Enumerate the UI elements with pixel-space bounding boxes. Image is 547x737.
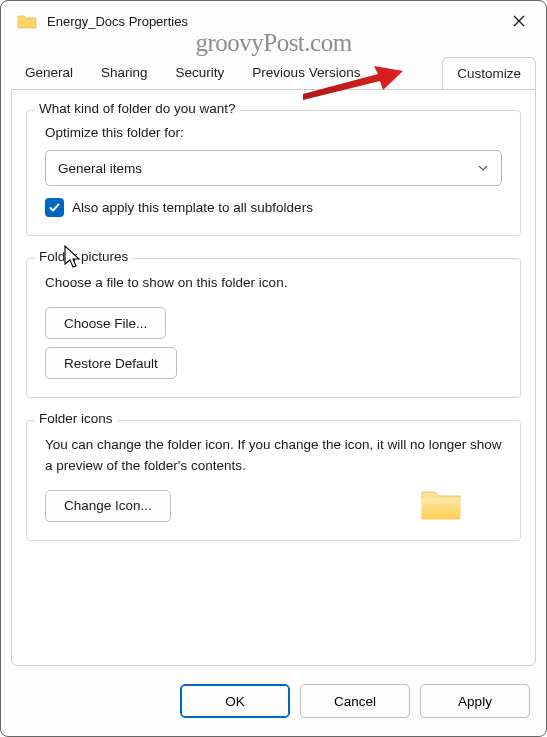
tab-previous-versions[interactable]: Previous Versions — [238, 57, 374, 89]
optimize-select[interactable]: General items — [45, 150, 502, 186]
section-folder-icons: Folder icons You can change the folder i… — [26, 420, 521, 541]
select-value: General items — [58, 161, 142, 176]
icons-desc: You can change the folder icon. If you c… — [45, 435, 502, 476]
tab-customize[interactable]: Customize — [442, 57, 536, 89]
folder-icon — [17, 13, 37, 29]
tab-sharing[interactable]: Sharing — [87, 57, 162, 89]
check-icon — [48, 201, 61, 214]
section-folder-kind: What kind of folder do you want? Optimiz… — [26, 110, 521, 236]
section-legend: Folder pictures — [35, 249, 132, 264]
optimize-label: Optimize this folder for: — [45, 125, 502, 140]
ok-button[interactable]: OK — [180, 684, 290, 718]
subfolder-checkbox[interactable] — [45, 198, 64, 217]
tab-content: What kind of folder do you want? Optimiz… — [11, 89, 536, 666]
close-button[interactable] — [504, 6, 534, 36]
tab-security[interactable]: Security — [162, 57, 239, 89]
folder-preview-icon — [420, 486, 462, 522]
cancel-button[interactable]: Cancel — [300, 684, 410, 718]
pictures-desc: Choose a file to show on this folder ico… — [45, 273, 502, 293]
restore-default-button[interactable]: Restore Default — [45, 347, 177, 379]
section-legend: Folder icons — [35, 411, 117, 426]
close-icon — [512, 14, 526, 28]
properties-window: Energy_Docs Properties groovyPost.com Ge… — [0, 0, 547, 737]
section-legend: What kind of folder do you want? — [35, 101, 240, 116]
choose-file-button[interactable]: Choose File... — [45, 307, 166, 339]
change-icon-button[interactable]: Change Icon... — [45, 490, 171, 522]
apply-button[interactable]: Apply — [420, 684, 530, 718]
subfolder-checkbox-row[interactable]: Also apply this template to all subfolde… — [45, 198, 502, 217]
dialog-footer: OK Cancel Apply — [1, 666, 546, 736]
tab-general[interactable]: General — [11, 57, 87, 89]
window-title: Energy_Docs Properties — [47, 14, 504, 29]
section-folder-pictures: Folder pictures Choose a file to show on… — [26, 258, 521, 398]
chevron-down-icon — [477, 162, 489, 174]
tab-strip: General Sharing Security Previous Versio… — [1, 57, 546, 89]
titlebar: Energy_Docs Properties — [1, 1, 546, 41]
subfolder-checkbox-label: Also apply this template to all subfolde… — [72, 200, 313, 215]
